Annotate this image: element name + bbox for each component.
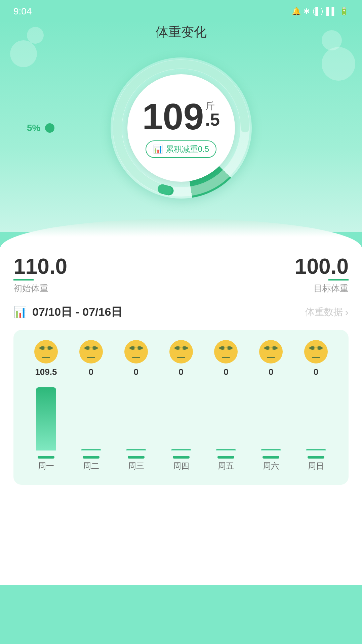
- initial-underline: [13, 279, 34, 281]
- percent-indicator: 5%: [27, 123, 54, 133]
- content-area: 110.0 初始体重 100.0 目标体重 📊 07/10日 - 07/16日 …: [0, 249, 362, 585]
- emoji-face-5: [259, 340, 283, 363]
- bar-tick-0: [38, 456, 54, 459]
- cumulative-chart-icon: 📊: [153, 144, 163, 154]
- top-section: 体重变化 5% 109 斤: [0, 20, 362, 232]
- bar-col-3: 周四: [159, 387, 204, 471]
- bar-label-3: 周四: [173, 456, 190, 471]
- gauge-ring: 109 斤 .5 📊 累积减重0.5: [111, 57, 252, 199]
- bar-3: [171, 449, 191, 450]
- emoji-face-6: [304, 340, 328, 363]
- day-value-4: 0: [224, 367, 228, 377]
- day-value-6: 0: [314, 367, 318, 377]
- day-col-0: 109.5: [24, 340, 69, 377]
- status-icons: 🔔 ✱ ⟨▌⟩ ▌▌ 🔋: [292, 7, 349, 16]
- weight-data-link[interactable]: 体重数据 ›: [305, 306, 349, 318]
- bar-col-1: 周二: [69, 387, 114, 471]
- bar-6: [306, 449, 326, 450]
- bar-tick-2: [128, 456, 145, 459]
- weight-decimal: .5: [205, 111, 220, 128]
- bar-day-label-1: 周二: [83, 461, 99, 471]
- percent-dot: [45, 123, 54, 133]
- weight-unit: 斤: [205, 101, 220, 111]
- battery-icon: 🔋: [339, 7, 349, 16]
- page-title: 体重变化: [0, 20, 362, 51]
- emoji-face-1: [79, 340, 103, 363]
- date-left: 📊 07/10日 - 07/16日: [13, 304, 122, 320]
- weight-gauge: 5% 109 斤 .5: [0, 57, 362, 199]
- stats-row: 110.0 初始体重 100.0 目标体重: [13, 249, 349, 298]
- target-weight-value: 100.0: [295, 256, 349, 277]
- day-col-6: 0: [293, 340, 338, 377]
- emoji-face-2: [124, 340, 148, 363]
- bluetooth-icon: ✱: [304, 7, 310, 16]
- bar-tick-4: [217, 456, 234, 459]
- bar-label-5: 周六: [263, 456, 279, 471]
- bar-label-6: 周日: [308, 456, 324, 471]
- bar-day-label-3: 周四: [173, 461, 189, 471]
- day-value-5: 0: [269, 367, 273, 377]
- emoji-row: 109.5000000: [24, 340, 338, 377]
- cumulative-text: 累积减重0.5: [166, 144, 209, 155]
- emoji-face-0: [34, 340, 58, 363]
- target-weight-label: 目标体重: [295, 283, 349, 294]
- chevron-right-icon: ›: [345, 306, 349, 318]
- day-col-5: 0: [248, 340, 293, 377]
- bar-day-label-5: 周六: [263, 461, 279, 471]
- bell-icon: 🔔: [292, 7, 301, 16]
- emoji-face-4: [214, 340, 238, 363]
- bar-tick-5: [263, 456, 279, 459]
- bar-5: [261, 449, 281, 450]
- initial-weight-stat: 110.0 初始体重: [13, 256, 67, 294]
- initial-weight-value: 110.0: [13, 256, 67, 277]
- bar-col-5: 周六: [248, 387, 293, 471]
- time-display: 9:04: [13, 6, 32, 17]
- calendar-icon: 📊: [13, 306, 27, 318]
- bar-label-0: 周一: [38, 456, 54, 471]
- weight-integer: 109: [142, 98, 204, 135]
- day-col-4: 0: [203, 340, 248, 377]
- data-link-text: 体重数据: [305, 306, 343, 318]
- cumulative-badge: 📊 累积减重0.5: [146, 140, 216, 158]
- day-col-2: 0: [114, 340, 159, 377]
- signal-icon: ▌▌: [326, 7, 337, 16]
- day-value-0: 109.5: [35, 367, 57, 377]
- bar-day-label-2: 周三: [128, 461, 144, 471]
- bar-col-0: 周一: [24, 387, 69, 471]
- day-value-2: 0: [133, 367, 138, 377]
- bar-chart: 周一周二周三周四周五周六周日: [24, 387, 338, 475]
- weight-reading: 109 斤 .5: [142, 98, 220, 135]
- day-col-3: 0: [159, 340, 204, 377]
- day-col-1: 0: [69, 340, 114, 377]
- emoji-face-3: [169, 340, 193, 363]
- bar-tick-6: [308, 456, 324, 459]
- bar-day-label-6: 周日: [308, 461, 324, 471]
- gauge-inner-circle: 109 斤 .5 📊 累积减重0.5: [127, 74, 235, 182]
- bar-tick-3: [173, 456, 190, 459]
- bar-label-4: 周五: [217, 456, 234, 471]
- bar-col-6: 周日: [293, 387, 338, 471]
- bar-1: [81, 449, 101, 450]
- bar-0: [36, 387, 56, 450]
- bar-day-label-0: 周一: [38, 461, 54, 471]
- bar-tick-1: [83, 456, 99, 459]
- wifi-icon: ⟨▌⟩: [312, 7, 324, 16]
- bar-2: [126, 449, 146, 450]
- percent-value: 5%: [27, 123, 40, 133]
- bar-4: [216, 449, 236, 450]
- bar-col-2: 周三: [114, 387, 159, 471]
- initial-weight-label: 初始体重: [13, 283, 67, 294]
- target-underline: [328, 279, 349, 281]
- target-weight-stat: 100.0 目标体重: [295, 256, 349, 294]
- bar-label-2: 周三: [128, 456, 145, 471]
- day-value-1: 0: [89, 367, 93, 377]
- weight-suffix: 斤 .5: [205, 98, 220, 128]
- date-range-row: 📊 07/10日 - 07/16日 体重数据 ›: [13, 304, 349, 320]
- date-range-text: 07/10日 - 07/16日: [32, 304, 122, 320]
- bar-label-1: 周二: [83, 456, 99, 471]
- bar-col-4: 周五: [203, 387, 248, 471]
- deco-bubble-2: [27, 27, 44, 44]
- bar-day-label-4: 周五: [218, 461, 234, 471]
- day-value-3: 0: [178, 367, 183, 377]
- status-bar: 9:04 🔔 ✱ ⟨▌⟩ ▌▌ 🔋: [0, 0, 362, 20]
